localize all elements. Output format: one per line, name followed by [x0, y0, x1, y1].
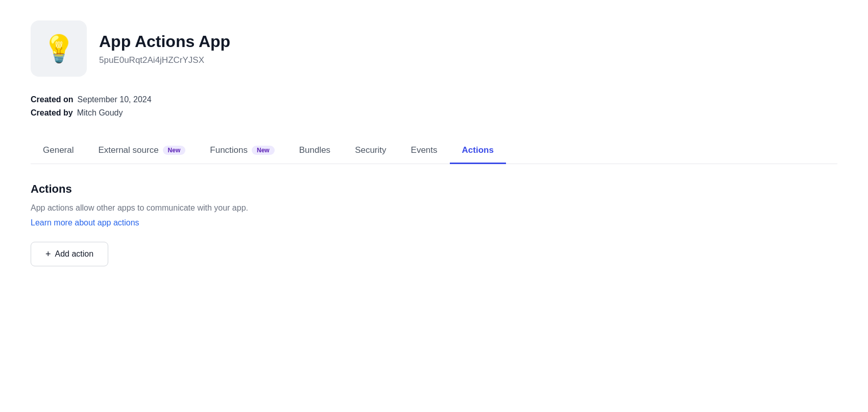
tab-bundles-label: Bundles	[299, 145, 330, 155]
app-title: App Actions App	[99, 32, 230, 51]
tab-actions-label: Actions	[462, 145, 494, 155]
created-by-row: Created by Mitch Goudy	[31, 108, 837, 118]
tab-general-label: General	[43, 145, 74, 155]
tab-events[interactable]: Events	[399, 138, 450, 164]
app-icon: 💡	[42, 33, 76, 64]
app-id: 5puE0uRqt2Ai4jHZCrYJSX	[99, 55, 230, 65]
tab-security-label: Security	[355, 145, 386, 155]
tab-general[interactable]: General	[31, 138, 86, 164]
tab-events-label: Events	[411, 145, 438, 155]
section-title: Actions	[31, 182, 837, 196]
created-on-row: Created on September 10, 2024	[31, 95, 837, 104]
tab-functions-badge: New	[252, 146, 275, 155]
app-title-section: App Actions App 5puE0uRqt2Ai4jHZCrYJSX	[99, 32, 230, 65]
tab-external-source-badge: New	[163, 146, 186, 155]
content-section: Actions App actions allow other apps to …	[31, 182, 837, 266]
tab-functions[interactable]: FunctionsNew	[198, 138, 286, 164]
add-action-label: Add action	[55, 249, 94, 259]
add-action-button[interactable]: + Add action	[31, 242, 108, 266]
section-description: App actions allow other apps to communic…	[31, 202, 837, 214]
learn-more-link[interactable]: Learn more about app actions	[31, 218, 139, 227]
created-on-label: Created on	[31, 95, 74, 104]
tab-actions[interactable]: Actions	[450, 138, 506, 164]
tabs-container: GeneralExternal sourceNewFunctionsNewBun…	[31, 138, 837, 164]
tab-security[interactable]: Security	[343, 138, 398, 164]
plus-icon: +	[45, 249, 51, 259]
created-on-value: September 10, 2024	[78, 95, 152, 104]
app-header: 💡 App Actions App 5puE0uRqt2Ai4jHZCrYJSX	[31, 20, 837, 77]
created-by-label: Created by	[31, 108, 73, 118]
app-meta: Created on September 10, 2024 Created by…	[31, 95, 837, 118]
tab-functions-label: Functions	[210, 145, 248, 155]
tab-external-source-label: External source	[98, 145, 158, 155]
created-by-value: Mitch Goudy	[77, 108, 123, 118]
app-icon-box: 💡	[31, 20, 87, 77]
tab-external-source[interactable]: External sourceNew	[86, 138, 198, 164]
tab-bundles[interactable]: Bundles	[287, 138, 343, 164]
page-container: 💡 App Actions App 5puE0uRqt2Ai4jHZCrYJSX…	[0, 0, 868, 287]
